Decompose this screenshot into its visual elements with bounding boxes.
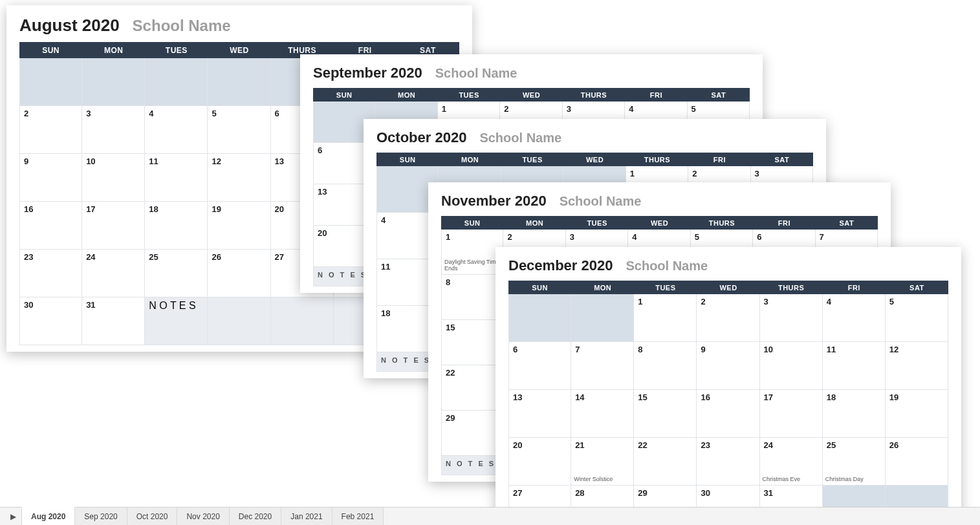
calendar-cell[interactable]: 5: [208, 106, 270, 154]
sheet-tab[interactable]: Sep 2020: [74, 508, 127, 525]
calendar-cell[interactable]: 6: [508, 342, 571, 390]
calendar-cell[interactable]: 11: [823, 342, 886, 390]
calendar-cell[interactable]: 16: [697, 390, 759, 438]
calendar-cell[interactable]: 7: [571, 342, 634, 390]
calendar-cell[interactable]: 23: [697, 438, 759, 486]
calendar-cell[interactable]: 4: [145, 106, 208, 154]
day-number: 12: [889, 345, 944, 354]
calendar-cell[interactable]: 3: [82, 106, 145, 154]
calendar-cell[interactable]: 2: [697, 294, 759, 342]
day-header: MON: [571, 281, 634, 294]
calendar-cell[interactable]: 26: [886, 438, 948, 486]
day-header: SUN: [313, 88, 375, 102]
calendar-cell[interactable]: [208, 297, 270, 345]
day-number: 1: [638, 297, 692, 306]
calendar-cell[interactable]: 20: [508, 438, 571, 486]
calendar-cell[interactable]: [271, 297, 334, 345]
calendar-cell[interactable]: 3: [760, 294, 823, 342]
calendar-cell[interactable]: 4: [823, 294, 886, 342]
day-header: TUES: [438, 88, 500, 102]
day-number: 30: [701, 488, 755, 498]
calendar-cell[interactable]: 15: [441, 320, 503, 365]
calendar-cell[interactable]: 24Christmas Eve: [760, 438, 823, 486]
day-header: MON: [503, 216, 565, 230]
calendar-cell[interactable]: 15: [634, 390, 697, 438]
day-number: 17: [764, 392, 818, 402]
day-number: 11: [827, 345, 881, 354]
calendar-cell[interactable]: 12: [208, 154, 270, 202]
day-header-row: SUNMONTUESWEDTHURSFRISAT: [376, 153, 813, 166]
day-number: 9: [24, 156, 78, 166]
day-number: 31: [764, 488, 818, 498]
calendar-cell[interactable]: 13: [508, 390, 571, 438]
calendar-cell[interactable]: 29: [441, 411, 503, 456]
calendar-cell[interactable]: 1: [634, 294, 697, 342]
day-number: 4: [381, 215, 434, 225]
day-number: 4: [827, 297, 881, 306]
tab-nav-prev[interactable]: ▶: [4, 508, 22, 525]
calendar-cell[interactable]: 19: [208, 202, 270, 250]
calendar-cell[interactable]: 8: [634, 342, 697, 390]
calendar-cell[interactable]: 25Christmas Day: [823, 438, 886, 486]
calendar-cell[interactable]: 22: [634, 438, 697, 486]
day-number: 18: [381, 308, 434, 318]
day-number: 8: [638, 345, 692, 354]
calendar-cell[interactable]: 11: [145, 154, 208, 202]
day-number: 18: [149, 204, 203, 214]
calendar-cell[interactable]: 26: [208, 250, 270, 297]
calendar-cell[interactable]: [508, 294, 571, 342]
calendar-cell[interactable]: N O T E S: [145, 297, 208, 345]
day-number: 9: [701, 345, 755, 354]
calendar-cell[interactable]: 18: [823, 390, 886, 438]
calendar-cell[interactable]: 2: [19, 106, 82, 154]
calendar-cell[interactable]: 21Winter Solstice: [571, 438, 634, 486]
calendar-cell[interactable]: 18: [145, 202, 208, 250]
calendar-cell[interactable]: 17: [82, 202, 145, 250]
calendar-cell[interactable]: 24: [82, 250, 145, 297]
calendar-cell[interactable]: 23: [19, 250, 82, 297]
day-header: WED: [563, 153, 626, 166]
event-label: Christmas Day: [825, 477, 882, 483]
calendar-cell[interactable]: [19, 58, 82, 106]
calendar-cell[interactable]: 1Daylight Saving Time Ends: [441, 230, 503, 275]
day-number: 16: [701, 392, 755, 402]
day-number: 26: [212, 252, 266, 262]
day-header: THURS: [563, 88, 625, 102]
calendar-cell[interactable]: 9: [697, 342, 759, 390]
day-header: TUES: [634, 281, 697, 294]
event-label: Winter Solstice: [574, 477, 631, 483]
day-header: WED: [697, 281, 759, 294]
day-header: MON: [375, 88, 437, 102]
sheet-tab[interactable]: Jan 2021: [281, 508, 332, 525]
calendar-cell[interactable]: 17: [760, 390, 823, 438]
calendar-cell[interactable]: 31: [82, 297, 145, 345]
sheet-tab[interactable]: Nov 2020: [177, 508, 229, 525]
day-header-row: SUNMONTUESWEDTHURSFRISAT: [508, 281, 948, 294]
sheet-tab[interactable]: Feb 2021: [332, 508, 384, 525]
calendar-cell[interactable]: 10: [82, 154, 145, 202]
calendar-cell[interactable]: [145, 58, 208, 106]
month-title: August 2020: [19, 16, 120, 36]
calendar-cell[interactable]: 12: [886, 342, 948, 390]
calendar-cell[interactable]: 14: [571, 390, 634, 438]
day-number: 2: [507, 232, 561, 242]
calendar-cell[interactable]: 25: [145, 250, 208, 297]
calendar-cell[interactable]: 30: [19, 297, 82, 345]
sheet-tab[interactable]: Dec 2020: [229, 508, 281, 525]
calendar-cell[interactable]: 10: [760, 342, 823, 390]
calendar-cell[interactable]: 9: [19, 154, 82, 202]
calendar-cell[interactable]: [82, 58, 145, 106]
calendar-cell[interactable]: 8: [441, 275, 503, 320]
calendar-cell[interactable]: [571, 294, 634, 342]
calendar-cell[interactable]: 22: [441, 365, 503, 411]
day-number: 29: [638, 488, 692, 498]
calendar-cell[interactable]: 16: [19, 202, 82, 250]
sheet-tab[interactable]: Aug 2020: [21, 507, 75, 525]
day-header: SUN: [19, 42, 82, 58]
calendar-cell[interactable]: 19: [886, 390, 948, 438]
calendar-cell[interactable]: 5: [886, 294, 948, 342]
calendar-cell[interactable]: [208, 58, 270, 106]
day-number: 19: [212, 204, 266, 214]
sheet-tab[interactable]: Oct 2020: [127, 508, 178, 525]
day-number: 28: [575, 488, 629, 498]
